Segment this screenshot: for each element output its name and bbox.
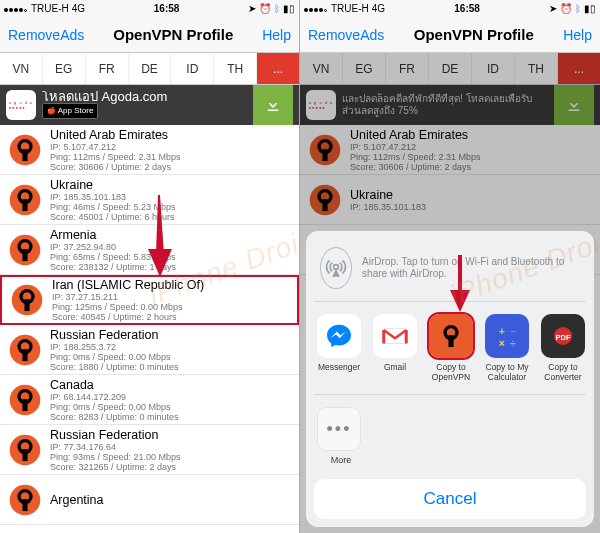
share-app-gmail[interactable]: Gmail [373, 314, 417, 382]
svg-point-34 [334, 265, 339, 270]
openvpn-icon [8, 383, 42, 417]
ad-banner[interactable]: a g o d a●●●●● โหลดแอป Agoda.com 🍎 App S… [0, 85, 299, 125]
server-row[interactable]: Canada IP: 68.144.172.209 Ping: 0ms / Sp… [0, 375, 299, 425]
server-score: Score: 238132 / Uptime: 1 days [50, 262, 291, 272]
share-app-label: Copy to My Calculator [485, 362, 529, 382]
server-score: Score: 45001 / Uptime: 6 hours [50, 212, 291, 222]
share-actions-row: ••• More [314, 395, 586, 473]
tab-id[interactable]: ID [171, 53, 214, 84]
carrier-label: TRUE-H [31, 3, 69, 14]
tab-th[interactable]: TH [214, 53, 257, 84]
ad-text: โหลดแอป Agoda.com 🍎 App Store [42, 91, 247, 119]
tab-more[interactable]: ... [257, 53, 299, 84]
server-ping: Ping: 65ms / Speed: 5.83 Mbps [50, 252, 291, 262]
server-row[interactable]: Armenia IP: 37.252.94.80 Ping: 65ms / Sp… [0, 225, 299, 275]
help-link[interactable]: Help [563, 27, 592, 43]
svg-rect-8 [22, 249, 27, 261]
status-bar: TRUE-H 4G 16:58 ➤ ⏰ ᛒ ▮▯ [300, 0, 600, 17]
openvpn-icon [8, 233, 42, 267]
svg-text:+: + [499, 325, 505, 337]
tab-fr[interactable]: FR [86, 53, 129, 84]
remove-ads-link[interactable]: RemoveAds [308, 27, 384, 43]
share-app-label: Messenger [318, 362, 360, 382]
cancel-button[interactable]: Cancel [314, 479, 586, 519]
server-row[interactable]: Russian Federation IP: 77.34.176.64 Ping… [0, 425, 299, 475]
svg-text:×: × [499, 337, 505, 349]
svg-rect-5 [22, 199, 27, 211]
server-name: Canada [50, 378, 291, 392]
page-title: OpenVPN Profile [414, 26, 534, 43]
server-row[interactable]: Ukraine IP: 185.35.101.183 Ping: 46ms / … [0, 175, 299, 225]
openvpn-icon [8, 433, 42, 467]
more-icon: ••• [317, 407, 361, 451]
server-name: United Arab Emirates [50, 128, 291, 142]
server-list[interactable]: United Arab Emirates IP: 5.107.47.212 Pi… [0, 125, 299, 533]
share-apps-row: Messenger Gmail Copy to OpenVPN+−×÷ Copy… [314, 302, 586, 395]
help-link[interactable]: Help [262, 27, 291, 43]
share-app-label: Copy to OpenVPN [429, 362, 473, 382]
airdrop-text: AirDrop. Tap to turn on Wi-Fi and Blueto… [362, 256, 580, 280]
screen-right: TRUE-H 4G 16:58 ➤ ⏰ ᛒ ▮▯ RemoveAds OpenV… [300, 0, 600, 533]
server-name: Russian Federation [50, 428, 291, 442]
server-score: Score: 30606 / Uptime: 2 days [50, 162, 291, 172]
server-row[interactable]: Iran (ISLAMIC Republic Of) IP: 37.27.15.… [0, 275, 299, 325]
server-ping: Ping: 93ms / Speed: 21.00 Mbps [50, 452, 291, 462]
ad-logo: a g o d a●●●●● [6, 90, 36, 120]
airdrop-icon [320, 247, 352, 289]
calculator-icon: +−×÷ [485, 314, 529, 358]
server-ip: IP: 77.34.176.64 [50, 442, 291, 452]
server-name: Ukraine [50, 178, 291, 192]
status-icons: ➤ ⏰ ᛒ ▮▯ [248, 3, 295, 14]
server-ping: Ping: 112ms / Speed: 2.31 Mbps [50, 152, 291, 162]
ad-sub: 🍎 App Store [42, 103, 98, 119]
svg-text:÷: ÷ [510, 337, 516, 349]
page-title: OpenVPN Profile [113, 26, 233, 43]
more-action[interactable]: ••• More [317, 407, 365, 465]
server-name: Armenia [50, 228, 291, 242]
server-name: Russian Federation [50, 328, 291, 342]
svg-rect-14 [22, 349, 27, 361]
server-row[interactable]: United Arab Emirates IP: 5.107.47.212 Pi… [0, 125, 299, 175]
download-icon[interactable] [253, 85, 293, 125]
server-name: Iran (ISLAMIC Republic Of) [52, 278, 289, 292]
share-app-calculator[interactable]: +−×÷ Copy to My Calculator [485, 314, 529, 382]
server-ping: Ping: 125ms / Speed: 0.00 Mbps [52, 302, 289, 312]
network-label: 4G [72, 3, 85, 14]
server-row[interactable]: Russian Federation IP: 188.255.3.72 Ping… [0, 325, 299, 375]
server-ip: IP: 37.252.94.80 [50, 242, 291, 252]
server-ip: IP: 185.35.101.183 [50, 192, 291, 202]
svg-rect-11 [24, 299, 29, 311]
tab-de[interactable]: DE [129, 53, 172, 84]
server-ip: IP: 5.107.47.212 [50, 142, 291, 152]
server-row[interactable]: Argentina [0, 475, 299, 525]
server-score: Score: 321265 / Uptime: 2 days [50, 462, 291, 472]
share-app-label: Copy to Converter [541, 362, 585, 382]
bluetooth-icon: ᛒ [274, 3, 280, 14]
share-sheet: AirDrop. Tap to turn on Wi-Fi and Blueto… [306, 231, 594, 527]
svg-text:−: − [510, 325, 516, 337]
openvpn-icon [8, 133, 42, 167]
ad-title: โหลดแอป Agoda.com [42, 91, 247, 103]
remove-ads-link[interactable]: RemoveAds [8, 27, 84, 43]
server-score: Score: 1880 / Uptime: 0 minutes [50, 362, 291, 372]
navbar: RemoveAds OpenVPN Profile Help [0, 17, 299, 53]
svg-rect-35 [384, 329, 407, 344]
server-name: Argentina [50, 493, 291, 507]
airdrop-row[interactable]: AirDrop. Tap to turn on Wi-Fi and Blueto… [314, 241, 586, 302]
screen-left: TRUE-H 4G 16:58 ➤ ⏰ ᛒ ▮▯ RemoveAds OpenV… [0, 0, 300, 533]
openvpn-icon [8, 333, 42, 367]
status-bar: TRUE-H 4G 16:58 ➤ ⏰ ᛒ ▮▯ [0, 0, 299, 17]
share-app-messenger[interactable]: Messenger [317, 314, 361, 382]
alarm-icon: ⏰ [259, 3, 271, 14]
server-ip: IP: 37.27.15.211 [52, 292, 289, 302]
svg-rect-39 [492, 321, 522, 351]
gmail-icon [373, 314, 417, 358]
tab-eg[interactable]: EG [43, 53, 86, 84]
share-app-openvpn[interactable]: Copy to OpenVPN [429, 314, 473, 382]
location-icon: ➤ [248, 3, 256, 14]
signal-dots [4, 3, 28, 14]
messenger-icon [317, 314, 361, 358]
server-ip: IP: 68.144.172.209 [50, 392, 291, 402]
share-app-converter[interactable]: PDF Copy to Converter [541, 314, 585, 382]
tab-vn[interactable]: VN [0, 53, 43, 84]
